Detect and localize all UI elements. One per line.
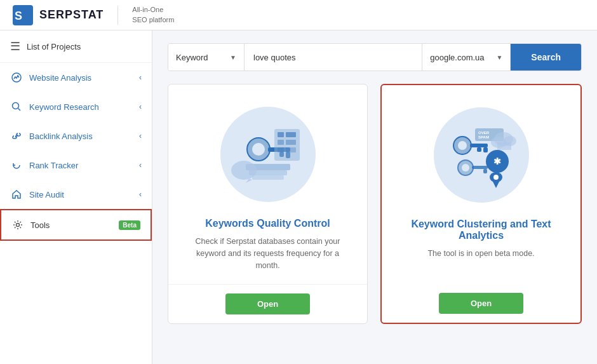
sidebar-item-website-analysis-label: Website Analysis (29, 73, 139, 83)
hamburger-icon: ☰ (10, 39, 20, 53)
keyword-clustering-open-button[interactable]: Open (439, 293, 523, 314)
keyword-clustering-title: Keyword Clustering and Text Analytics (397, 219, 565, 241)
chevron-icon-rank: ‹ (139, 161, 142, 170)
list-of-projects-label: List of Projects (27, 42, 81, 51)
svg-text:S: S (15, 10, 22, 22)
svg-rect-18 (286, 147, 296, 152)
refresh-icon (10, 159, 23, 172)
svg-rect-14 (286, 132, 296, 137)
tools-cards: Keywords Quality Control Check if Serpst… (168, 84, 582, 324)
keywords-quality-title: Keywords Quality Control (205, 218, 330, 229)
sidebar-item-website-analysis[interactable]: Website Analysis ‹ (0, 63, 152, 92)
search-engine-dropdown[interactable]: google.com.ua ▼ (422, 44, 511, 71)
keyword-clustering-card-body: ✱ OVER SPAM (382, 85, 580, 284)
sidebar: ☰ List of Projects Website Analysis ‹ (0, 30, 152, 364)
keywords-quality-card-body: Keywords Quality Control Check if Serpst… (168, 84, 367, 284)
svg-rect-16 (286, 140, 296, 145)
logo-area: S SERPSTAT All-in-One SEO platform (13, 5, 174, 25)
search-type-value: Keyword (176, 53, 230, 62)
sidebar-item-rank-tracker[interactable]: Rank Tracker ‹ (0, 151, 152, 180)
chevron-icon-audit: ‹ (139, 190, 142, 199)
keywords-quality-desc: Check if Serpstat databases contain your… (184, 236, 352, 271)
svg-point-22 (231, 161, 257, 180)
keyword-clustering-illustration: ✱ OVER SPAM (431, 104, 532, 206)
search-bar: Keyword ▼ google.com.ua ▼ Search (168, 43, 582, 71)
svg-rect-27 (470, 144, 488, 147)
keyword-clustering-footer: Open (382, 284, 580, 323)
gear-icon (11, 219, 24, 231)
app-layout: ☰ List of Projects Website Analysis ‹ (0, 30, 597, 364)
svg-rect-29 (477, 147, 481, 152)
svg-point-31 (462, 164, 469, 172)
search-input[interactable] (245, 44, 422, 71)
sidebar-item-tools-label: Tools (30, 220, 115, 230)
chevron-icon-backlink: ‹ (139, 131, 142, 140)
svg-rect-21 (252, 175, 284, 180)
svg-point-26 (458, 141, 467, 150)
serpstat-logo-icon: S (13, 5, 33, 25)
svg-rect-33 (483, 169, 487, 173)
search-type-dropdown[interactable]: Keyword ▼ (168, 44, 245, 71)
svg-point-3 (13, 103, 19, 109)
search-engine-value: google.com.ua (430, 53, 496, 62)
svg-text:✱: ✱ (493, 156, 501, 166)
svg-point-24 (434, 107, 529, 203)
sidebar-item-keyword-research[interactable]: Keyword Research ‹ (0, 92, 152, 121)
sidebar-item-backlink-analysis-label: Backlink Analysis (29, 131, 139, 141)
svg-point-45 (493, 175, 499, 180)
sidebar-item-tools[interactable]: Tools Beta (0, 209, 152, 241)
svg-rect-17 (278, 147, 284, 152)
link-icon (10, 130, 23, 142)
app-header: S SERPSTAT All-in-One SEO platform (0, 0, 597, 30)
sidebar-item-keyword-research-label: Keyword Research (29, 102, 139, 112)
svg-rect-42 (497, 142, 511, 150)
svg-text:SPAM: SPAM (478, 135, 489, 139)
sidebar-item-backlink-analysis[interactable]: Backlink Analysis ‹ (0, 121, 152, 151)
svg-rect-15 (278, 140, 284, 145)
search-engine-arrow-icon: ▼ (496, 54, 502, 61)
svg-rect-13 (278, 132, 284, 137)
sidebar-item-site-audit-label: Site Audit (29, 190, 139, 199)
sidebar-item-site-audit[interactable]: Site Audit ‹ (0, 180, 152, 209)
keywords-quality-illustration (217, 104, 319, 205)
sidebar-item-rank-tracker-label: Rank Tracker (29, 161, 139, 170)
logo-text: SERPSTAT (39, 8, 104, 22)
keywords-quality-footer: Open (168, 284, 367, 323)
svg-rect-32 (472, 166, 488, 169)
svg-point-5 (17, 224, 20, 227)
home-icon (10, 188, 23, 201)
keywords-quality-open-button[interactable]: Open (225, 293, 310, 314)
chevron-icon-website: ‹ (139, 73, 142, 82)
svg-rect-28 (483, 147, 488, 152)
search-button[interactable]: Search (511, 44, 581, 71)
sidebar-hamburger[interactable]: ☰ List of Projects (0, 30, 152, 63)
main-content: Keyword ▼ google.com.ua ▼ Search (152, 30, 597, 364)
logo-divider (117, 6, 118, 25)
logo-subtitle: All-in-One SEO platform (132, 5, 174, 25)
svg-text:OVER: OVER (478, 131, 490, 135)
svg-point-8 (252, 143, 265, 156)
search-type-arrow-icon: ▼ (230, 54, 236, 61)
keyword-search-icon (10, 100, 23, 113)
chevron-icon-keyword: ‹ (139, 102, 142, 111)
keyword-clustering-card: ✱ OVER SPAM (380, 84, 582, 324)
keyword-clustering-desc: The tool is in open beta mode. (427, 248, 534, 260)
beta-badge: Beta (119, 220, 140, 230)
svg-line-4 (18, 109, 21, 111)
keywords-quality-card: Keywords Quality Control Check if Serpst… (168, 84, 368, 324)
chart-icon (10, 71, 23, 84)
